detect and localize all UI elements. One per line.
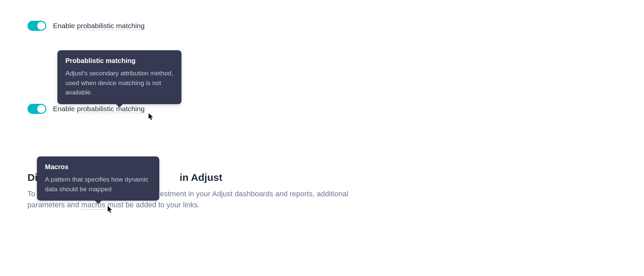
body-suffix: must be added to your links. <box>105 201 200 209</box>
tooltip-title: Probablistic matching <box>65 57 173 65</box>
tooltip-body: A pattern that specifies how dynamic dat… <box>45 175 151 194</box>
cursor-icon <box>149 113 154 121</box>
tooltip-macros: Macros A pattern that specifies how dyna… <box>37 156 159 201</box>
term-macros[interactable]: macros <box>81 201 105 210</box>
label-prefix: Enable <box>53 22 77 29</box>
label-prefix: Enable <box>53 105 77 113</box>
term-probabilistic-matching-2[interactable]: probabilistic matching <box>77 105 145 113</box>
toggle-row-probabilistic-matching-2: Enable probabilistic matching <box>28 104 145 114</box>
toggle-switch-1[interactable] <box>28 21 46 31</box>
toggle-knob <box>37 105 45 113</box>
heading-suffix: in Adjust <box>177 172 222 183</box>
toggle-row-probabilistic-matching-1: Enable probabilistic matching <box>28 21 145 31</box>
tooltip-title: Macros <box>45 163 151 171</box>
toggle-label-1: Enable probabilistic matching <box>53 22 145 30</box>
term-probabilistic-matching-1[interactable]: probabilistic matching <box>77 22 145 30</box>
body-prefix: To <box>28 190 37 198</box>
toggle-label-2: Enable probabilistic matching <box>53 105 145 113</box>
toggle-switch-2[interactable] <box>28 104 46 114</box>
tooltip-probabilistic-matching: Probablistic matching Adjust's secondary… <box>57 50 181 104</box>
heading-prefix: Di <box>28 172 38 183</box>
toggle-knob <box>37 22 45 30</box>
tooltip-body: Adjust's secondary attribution method, u… <box>65 69 173 97</box>
